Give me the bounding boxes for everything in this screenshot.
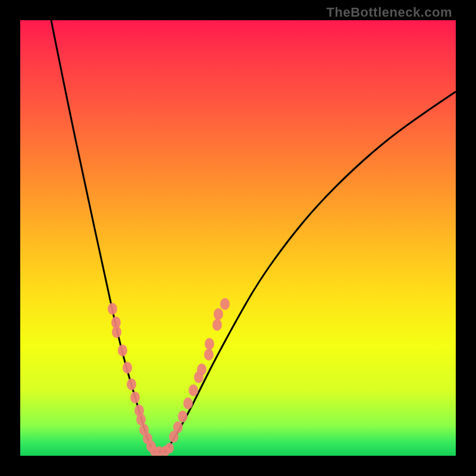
data-point — [118, 345, 127, 356]
data-point — [173, 421, 183, 433]
outer-frame: TheBottleneck.com — [0, 0, 476, 476]
data-point — [204, 349, 214, 361]
left-curve-path — [51, 20, 154, 452]
data-point — [178, 411, 187, 422]
data-point — [220, 298, 230, 310]
data-point — [112, 326, 121, 338]
data-point — [212, 319, 222, 331]
bottleneck-curve — [20, 20, 456, 456]
data-point — [197, 364, 206, 375]
data-point — [165, 443, 174, 453]
data-point — [205, 338, 214, 350]
data-point — [123, 362, 132, 374]
watermark-text: TheBottleneck.com — [327, 5, 452, 20]
data-point — [108, 303, 117, 315]
data-point — [127, 378, 136, 390]
data-point — [189, 384, 198, 396]
plot-area — [20, 20, 456, 456]
data-point — [183, 397, 193, 409]
right-curve-path — [166, 92, 456, 452]
data-point — [214, 308, 223, 320]
data-point — [130, 392, 140, 403]
